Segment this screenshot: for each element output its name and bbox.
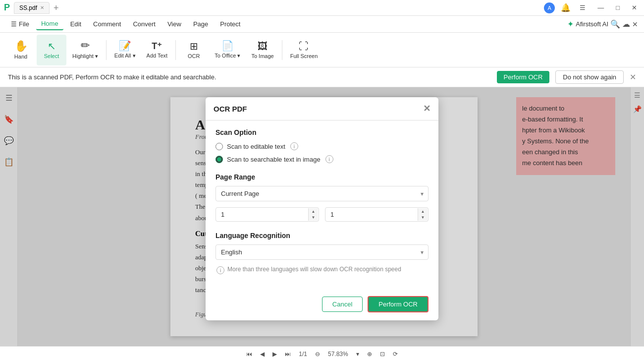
ai-menu-item[interactable]: ✦ Afirstsoft AI bbox=[567, 19, 608, 29]
language-section: Language Recognition English Chinese Fre… bbox=[215, 232, 429, 274]
range-to-decrement[interactable]: ▼ bbox=[418, 215, 428, 221]
page-range-select[interactable]: Current Page All Pages Custom Range bbox=[215, 186, 429, 201]
range-to-increment[interactable]: ▲ bbox=[418, 208, 428, 215]
hamburger-icon[interactable]: ☰ bbox=[577, 3, 589, 12]
full-screen-button[interactable]: ⛶ Full Screen bbox=[285, 35, 323, 65]
app-logo: P bbox=[4, 2, 10, 13]
panel-close-icon[interactable]: ✕ bbox=[632, 20, 638, 28]
range-to-input[interactable] bbox=[325, 207, 429, 222]
title-bar: P SS.pdf ✕ + A 🔔 ☰ — □ ✕ bbox=[0, 0, 644, 16]
modal-close-icon[interactable]: ✕ bbox=[423, 103, 430, 114]
close-button[interactable]: ✕ bbox=[629, 3, 640, 12]
modal-body: Scan Option Scan to editable text i Scan… bbox=[206, 120, 438, 290]
perform-ocr-button[interactable]: Perform OCR bbox=[368, 296, 429, 312]
file-tab[interactable]: SS.pdf ✕ bbox=[14, 2, 50, 14]
perform-ocr-notif-button[interactable]: Perform OCR bbox=[497, 71, 550, 83]
notification-bar: This is a scanned PDF, Perform OCR to ma… bbox=[0, 67, 644, 87]
zoom-level: 57.83% bbox=[328, 351, 348, 358]
ocr-label: OCR bbox=[188, 53, 200, 59]
hand-label: Hand bbox=[14, 54, 27, 60]
new-tab-button[interactable]: + bbox=[54, 3, 59, 12]
modal-footer: Cancel Perform OCR bbox=[206, 290, 438, 320]
menu-file[interactable]: ☰ File bbox=[6, 18, 34, 30]
menu-view[interactable]: View bbox=[162, 18, 186, 30]
zoom-out-button[interactable]: ⊖ bbox=[315, 351, 320, 358]
do-not-show-button[interactable]: Do not show again bbox=[555, 70, 624, 84]
radio2-info-icon[interactable]: i bbox=[325, 155, 333, 163]
ocr-icon: ⊞ bbox=[190, 41, 198, 51]
hand-tool-button[interactable]: ✋ Hand bbox=[6, 35, 36, 65]
ocr-button[interactable]: ⊞ OCR bbox=[179, 35, 209, 65]
to-image-button[interactable]: 🖼 To Image bbox=[246, 35, 278, 65]
page-number: 1/1 bbox=[299, 351, 307, 358]
ai-star-icon: ✦ bbox=[567, 19, 574, 29]
to-office-button[interactable]: 📄 To Office ▾ bbox=[210, 35, 245, 65]
fit-page-button[interactable]: ⊡ bbox=[380, 351, 385, 358]
scan-editable-radio[interactable] bbox=[215, 143, 223, 150]
toolbar: ✋ Hand ↖ Select ✏ Highlight ▾ 📝 Edit All… bbox=[0, 33, 644, 67]
range-from-increment[interactable]: ▲ bbox=[308, 208, 318, 215]
rotate-button[interactable]: ⟳ bbox=[393, 351, 398, 358]
scan-option-title: Scan Option bbox=[215, 128, 429, 136]
first-page-button[interactable]: ⏮ bbox=[246, 351, 252, 358]
highlight-tool-button[interactable]: ✏ Highlight ▾ bbox=[67, 35, 103, 65]
radio2-label: Scan to searchable text in image bbox=[227, 156, 321, 163]
language-select[interactable]: English Chinese French German Spanish bbox=[215, 244, 429, 260]
tab-close-icon[interactable]: ✕ bbox=[40, 5, 44, 10]
notification-text: This is a scanned PDF, Perform OCR to ma… bbox=[8, 73, 491, 81]
range-from-group: ▲ ▼ bbox=[215, 207, 319, 222]
to-office-label: To Office ▾ bbox=[215, 53, 240, 59]
select-label: Select bbox=[44, 53, 59, 59]
menu-home[interactable]: Home bbox=[36, 18, 63, 30]
modal-title: OCR PDF bbox=[214, 105, 247, 113]
range-to-group: ▲ ▼ bbox=[325, 207, 429, 222]
range-inputs: ▲ ▼ ▲ ▼ bbox=[215, 207, 429, 222]
full-screen-label: Full Screen bbox=[290, 53, 318, 59]
zoom-dropdown-icon[interactable]: ▾ bbox=[356, 351, 359, 358]
last-page-button[interactable]: ⏭ bbox=[285, 351, 291, 358]
lang-note-info-icon: i bbox=[216, 266, 224, 274]
menu-protect[interactable]: Protect bbox=[215, 18, 245, 30]
ai-label: Afirstsoft AI bbox=[576, 20, 608, 28]
scan-searchable-radio[interactable] bbox=[215, 156, 223, 163]
prev-page-button[interactable]: ◀ bbox=[260, 351, 265, 358]
range-from-stepper: ▲ ▼ bbox=[308, 208, 318, 221]
menu-edit[interactable]: Edit bbox=[65, 18, 86, 30]
search-icon[interactable]: 🔍 bbox=[610, 19, 620, 29]
minimize-button[interactable]: — bbox=[594, 3, 607, 12]
language-note: i More than three languages will slow do… bbox=[215, 266, 429, 274]
radio1-info-icon[interactable]: i bbox=[290, 142, 298, 150]
cloud-icon[interactable]: ☁ bbox=[622, 19, 630, 29]
range-from-decrement[interactable]: ▼ bbox=[308, 215, 318, 221]
bell-icon[interactable]: 🔔 bbox=[561, 3, 571, 12]
cancel-button[interactable]: Cancel bbox=[322, 297, 363, 312]
modal-header: OCR PDF ✕ bbox=[206, 97, 438, 120]
menu-convert[interactable]: Convert bbox=[128, 18, 161, 30]
title-bar-right: A 🔔 ☰ — □ ✕ bbox=[544, 2, 640, 13]
menu-comment[interactable]: Comment bbox=[88, 18, 126, 30]
hamburger-menu-icon: ☰ bbox=[11, 20, 17, 28]
menu-page[interactable]: Page bbox=[188, 18, 213, 30]
to-image-label: To Image bbox=[251, 53, 273, 59]
ocr-dialog: OCR PDF ✕ Scan Option Scan to editable t… bbox=[206, 97, 438, 320]
edit-all-button[interactable]: 📝 Edit All ▾ bbox=[109, 35, 141, 65]
add-text-icon: T⁺ bbox=[152, 42, 162, 51]
scan-options: Scan to editable text i Scan to searchab… bbox=[215, 142, 429, 163]
zoom-in-button[interactable]: ⊕ bbox=[367, 351, 372, 358]
add-text-button[interactable]: T⁺ Add Text bbox=[142, 35, 173, 65]
next-page-button[interactable]: ▶ bbox=[272, 351, 277, 358]
highlight-icon: ✏ bbox=[81, 40, 90, 51]
notif-close-icon[interactable]: ✕ bbox=[630, 72, 636, 82]
select-tool-button[interactable]: ↖ Select bbox=[37, 35, 66, 65]
page-range-title: Page Range bbox=[215, 173, 429, 181]
tab-label: SS.pdf bbox=[19, 4, 37, 11]
radio-item-1: Scan to editable text i bbox=[215, 142, 429, 150]
modal-overlay: OCR PDF ✕ Scan Option Scan to editable t… bbox=[0, 87, 644, 346]
status-bar: ⏮ ◀ ▶ ⏭ 1/1 ⊖ 57.83% ▾ ⊕ ⊡ ⟳ bbox=[0, 346, 644, 361]
select-icon: ↖ bbox=[48, 41, 56, 51]
lang-note-text: More than three languages will slow down… bbox=[227, 266, 401, 273]
avatar: A bbox=[544, 2, 555, 13]
maximize-button[interactable]: □ bbox=[613, 3, 623, 12]
full-screen-icon: ⛶ bbox=[299, 41, 309, 51]
range-from-input[interactable] bbox=[215, 207, 319, 222]
